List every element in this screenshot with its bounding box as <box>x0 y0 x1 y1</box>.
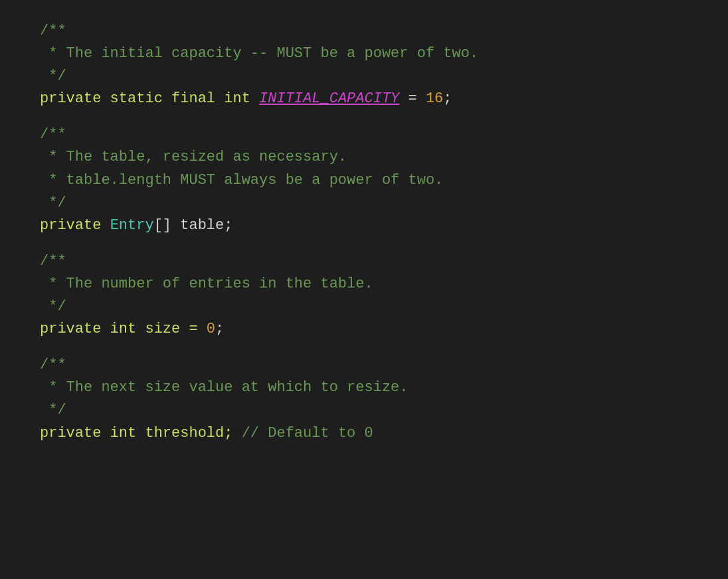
code-line-1: private static final int INITIAL_CAPACIT… <box>40 90 452 107</box>
comment-line-1-1: /** <box>40 23 66 39</box>
comment-line-1-3: */ <box>40 68 66 84</box>
code-line-2: private Entry[] table; <box>40 217 232 234</box>
comment-line-2-4: */ <box>40 195 66 211</box>
code-line-3: private int size = 0; <box>40 321 224 337</box>
section-table: /** * The table, resized as necessary. *… <box>40 124 688 236</box>
comment-line-1-2: * The initial capacity -- MUST be a powe… <box>40 45 478 62</box>
comment-line-4-1: /** <box>40 357 66 373</box>
section-initial-capacity: /** * The initial capacity -- MUST be a … <box>40 20 688 110</box>
code-line-4: private int threshold; // Default to 0 <box>40 425 373 442</box>
comment-line-3-3: */ <box>40 298 66 315</box>
comment-line-4-2: * The next size value at which to resize… <box>40 379 409 396</box>
comment-line-2-3: * table.length MUST always be a power of… <box>40 172 443 189</box>
comment-line-3-1: /** <box>40 253 66 270</box>
comment-line-4-3: */ <box>40 402 66 418</box>
comment-line-2-1: /** <box>40 126 66 143</box>
comment-line-3-2: * The number of entries in the table. <box>40 276 373 292</box>
comment-line-2-2: * The table, resized as necessary. <box>40 149 347 165</box>
section-size: /** * The number of entries in the table… <box>40 250 688 341</box>
code-container: /** * The initial capacity -- MUST be a … <box>40 20 688 445</box>
section-threshold: /** * The next size value at which to re… <box>40 354 688 444</box>
